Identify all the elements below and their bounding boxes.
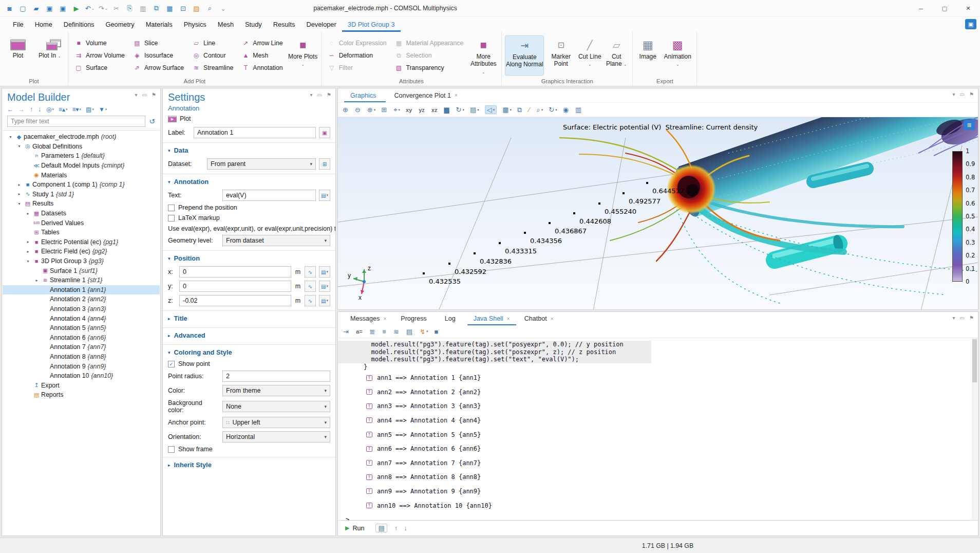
tree-chevron-icon[interactable]: ▾ xyxy=(15,201,23,206)
tree-item[interactable]: Annotation 6 {ann6} xyxy=(3,333,160,342)
tree-item[interactable]: ↥ Export xyxy=(3,380,160,390)
console-tab[interactable]: Java Shell× xyxy=(467,312,516,325)
clear-shell[interactable]: ≋ xyxy=(393,328,400,336)
open-file[interactable]: ▰ xyxy=(30,2,43,14)
range-button[interactable]: ∿ xyxy=(305,295,316,306)
coordinate-input[interactable]: 0 xyxy=(179,281,291,292)
close-button[interactable]: ✕ xyxy=(956,0,980,17)
tree-item[interactable]: ▸ ■ Electric Field (ec) {pg2} xyxy=(3,247,160,256)
save[interactable]: ▣ xyxy=(43,2,56,14)
plot-in-button[interactable]: Plot In ⌄ xyxy=(35,35,65,76)
attribute-item[interactable]: ◌Color Expression xyxy=(328,37,387,49)
pane-float-icon[interactable]: ▭ xyxy=(142,92,147,98)
tree-chevron-icon[interactable]: ▸ xyxy=(15,182,23,187)
ribbon-tab[interactable]: Home xyxy=(29,17,58,32)
tree-item[interactable]: Annotation 1 {ann1} xyxy=(3,285,160,295)
ribbon-tab[interactable]: File xyxy=(7,17,29,32)
tree-item[interactable]: ▸ ∿ Study 1 {std 1} xyxy=(3,190,160,199)
pane-float-icon[interactable]: ▭ xyxy=(960,91,965,97)
ribbon-tab[interactable]: Results xyxy=(268,17,301,32)
annotation-text-input[interactable]: eval(V) xyxy=(222,190,316,201)
plot-button[interactable]: Plot xyxy=(3,35,33,76)
tree-item[interactable]: Annotation 8 {ann8} xyxy=(3,352,160,362)
refresh-icon[interactable]: ↺ xyxy=(149,117,155,125)
duplicate[interactable]: ⧉ xyxy=(150,2,163,14)
sound[interactable]: ◁▾ xyxy=(485,105,497,114)
assistant-icon[interactable]: ▣ xyxy=(965,19,976,29)
plot-values[interactable]: ▆ xyxy=(444,106,450,114)
assign-variable[interactable]: a= xyxy=(356,328,364,335)
add-plot-item[interactable]: ↗Arrow Line xyxy=(241,37,282,49)
color-select[interactable]: From theme xyxy=(222,385,330,396)
ribbon-tab[interactable]: Geometry xyxy=(100,17,140,32)
tree-chevron-icon[interactable]: ▸ xyxy=(24,211,32,216)
find[interactable]: ⌕ xyxy=(203,2,217,14)
tree-chevron-icon[interactable]: ▸ xyxy=(24,239,32,244)
new-file[interactable]: ▢ xyxy=(16,2,30,14)
tree-item[interactable]: ⊞ Tables xyxy=(3,228,160,237)
tab-close-icon[interactable]: × xyxy=(551,316,554,322)
run[interactable]: ▶ xyxy=(70,2,83,14)
animation-button[interactable]: ▩ Animation⌄ xyxy=(662,35,693,76)
run-button[interactable]: Run xyxy=(352,525,364,532)
evaluate-along-normal-button[interactable]: ⇥ Evaluate Along Normal xyxy=(505,35,544,76)
add-plot-item[interactable]: ◈Isosurface xyxy=(133,49,184,62)
list-variables[interactable]: ▤ xyxy=(406,328,413,336)
plot-window-icon[interactable]: ≣ xyxy=(964,120,975,130)
expand-all[interactable]: ≡▾▾ xyxy=(72,106,82,113)
print[interactable]: ▥ xyxy=(575,106,582,114)
anchor-point-select[interactable]: ∷Upper left xyxy=(222,417,330,428)
table-window[interactable]: ▦▾ xyxy=(502,106,512,114)
coloring-section-header[interactable]: ▾Coloring and Style xyxy=(163,345,335,359)
tree-chevron-icon[interactable]: ▸ xyxy=(33,278,41,283)
show-declarations[interactable]: ≣ xyxy=(369,328,376,336)
add-plot-item[interactable]: TAnnotation xyxy=(241,62,282,74)
measure[interactable]: ∕ xyxy=(529,106,531,114)
show-frame-checkbox[interactable] xyxy=(168,446,175,453)
tab-close-icon[interactable]: × xyxy=(383,316,386,322)
more-attributes-button[interactable]: ■ More Attributes ⌄ xyxy=(468,35,498,76)
add-plot-item[interactable]: ⇉Arrow Volume xyxy=(74,49,125,62)
tree-item[interactable]: ▤ Reports xyxy=(3,390,160,400)
java-shell-output[interactable]: model.result("pg3").feature(tag).set("po… xyxy=(338,338,978,520)
show[interactable]: ◎▾ xyxy=(46,106,54,113)
maximize-button[interactable]: ▢ xyxy=(933,0,956,17)
model-tree-nodes[interactable]: ▤▾ xyxy=(86,106,94,113)
hide-objects[interactable]: ⌕▾ xyxy=(537,106,543,114)
tree-item[interactable]: ▾ ◎ Global Definitions xyxy=(3,142,160,152)
title-section-header[interactable]: ▸Title xyxy=(163,311,335,325)
delete[interactable]: ▦ xyxy=(163,2,177,14)
settings-plot-button[interactable]: Plot xyxy=(180,115,191,122)
pane-pin-icon[interactable]: ⚑ xyxy=(969,315,974,321)
view-xy[interactable]: xy xyxy=(406,107,413,113)
inherit-style-section-header[interactable]: ▸Inherit Style xyxy=(163,457,335,471)
tree-filter-input[interactable] xyxy=(7,116,145,127)
add-plot-item[interactable]: ▱Line xyxy=(192,37,233,49)
rename-button[interactable]: ▣ xyxy=(319,127,330,138)
position-section-header[interactable]: ▾Position xyxy=(163,251,335,265)
tree-item[interactable]: ▸ ■ Electric Potential (ec) {pg1} xyxy=(3,237,160,247)
attribute-item[interactable]: ▦Material Appearance xyxy=(394,37,463,49)
scene-settings[interactable]: ▤▾ xyxy=(470,106,479,114)
pane-pin-icon[interactable]: ⚑ xyxy=(969,91,974,97)
customize[interactable]: ⌄ xyxy=(217,2,230,14)
graphics-tab[interactable]: Convergence Plot 1× xyxy=(388,88,463,102)
history-up-icon[interactable]: ↑ xyxy=(394,524,398,532)
save-as[interactable]: ▣ xyxy=(56,2,70,14)
run-icon[interactable]: ▶ xyxy=(345,525,349,531)
tree-item[interactable]: 8.85 Derived Values xyxy=(3,218,160,228)
tree-item[interactable]: ◉ Materials xyxy=(3,170,160,180)
add-plot-item[interactable]: ▲Mesh xyxy=(241,49,282,62)
minimize-button[interactable]: ─ xyxy=(909,0,933,17)
tree-chevron-icon[interactable]: ▾ xyxy=(15,144,23,149)
forward[interactable]: → xyxy=(18,106,25,113)
tree-item[interactable]: ▣ Surface 1 {surf1} xyxy=(3,266,160,275)
pane-menu-icon[interactable]: ▾ xyxy=(310,92,313,98)
select-windows[interactable]: ⧉ xyxy=(517,106,523,114)
tree-item[interactable]: ▾ ▤ Results xyxy=(3,199,160,209)
pane-menu-icon[interactable]: ▾ xyxy=(953,315,955,321)
console-tab[interactable]: Log xyxy=(439,312,465,325)
advanced-section-header[interactable]: ▸Advanced xyxy=(163,328,335,342)
zoom-in[interactable]: ⊕ xyxy=(343,106,349,114)
go-to-view[interactable]: ⌖▾ xyxy=(393,106,400,114)
